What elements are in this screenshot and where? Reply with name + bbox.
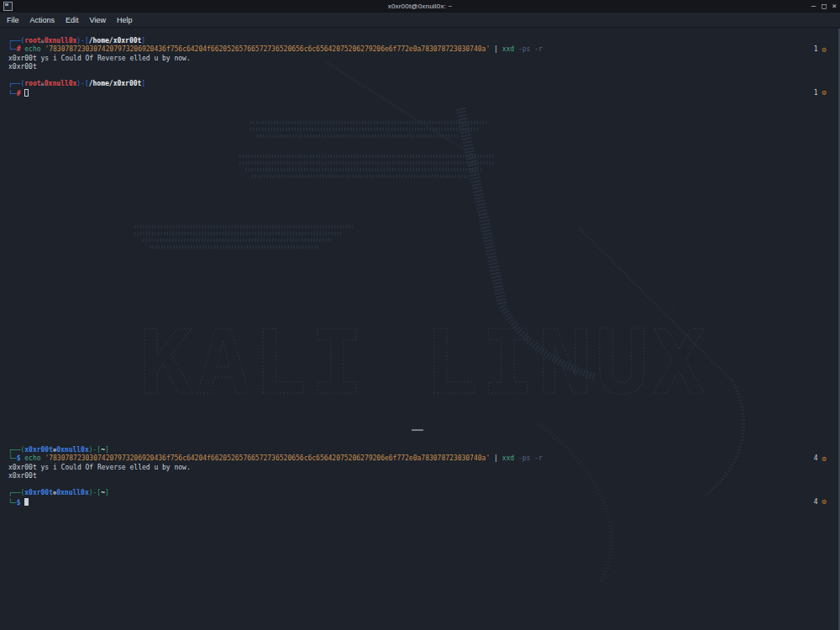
art-dash [412,429,423,431]
text-segment: '78307872303074207973206920436f756c64204… [45,45,490,53]
text-segment: )-[ [89,489,101,496]
jobs-count: 1 [814,89,818,97]
terminal-viewport[interactable]: KALI LINUX ┌──(root☠0xnull0x)-[/home/x0x… [0,29,840,630]
terminal-line: └─$ echo '78307872303074207973206920436f… [8,454,835,463]
text-segment: /home/x0xr00t [89,37,142,45]
terminal-line: x0xr00t [8,472,835,480]
terminal-line [8,71,835,80]
prompt-block: ┌──(x0xr00t⊛0xnull0x)-[~]└─$ echo '78307… [8,446,835,507]
text-segment: | [490,454,501,462]
jobs-indicator: 1⚙ [814,89,827,97]
terminal-line [8,480,835,489]
jobs-count: 4 [814,454,818,463]
text-segment: echo [24,45,40,53]
text-segment: )-[ [76,80,88,87]
window-icon [3,2,13,11]
gear-icon: ⚙ [822,498,827,506]
text-segment: └─ [8,454,17,462]
terminal-line: ┌──(root☠0xnull0x)-[/home/x0xr00t] [8,80,835,88]
text-segment: | [490,45,501,53]
menu-bar: File Actions Edit View Help [0,13,840,28]
text-segment: ┌──( [8,37,24,45]
text-segment: └─ [8,498,17,506]
text-segment: └─ [8,45,17,53]
text-segment: ┌──( [8,80,24,87]
terminal-line: x0xr00t [8,63,835,71]
jobs-count: 4 [814,498,818,507]
text-segment: 0xnull0x [56,489,89,496]
menu-file[interactable]: File [7,16,19,24]
text-segment: x0xr00t [8,63,37,71]
gear-icon: ⚙ [822,89,827,97]
text-segment: )-[ [76,37,88,45]
jobs-count: 1 [814,45,818,54]
text-segment: 0xnull0x [45,80,77,87]
text-segment: x0xr00t [8,472,37,480]
text-segment: echo [24,454,40,462]
terminal-cursor [24,498,29,506]
text-segment: ┌──( [8,446,24,454]
text-segment: ] [105,446,109,454]
terminal-line: └─# 1⚙ [8,89,835,97]
text-segment: root [24,37,40,45]
gear-icon: ⚙ [822,46,827,54]
terminal-cursor [24,89,29,97]
text-segment: )-[ [89,446,101,454]
jobs-indicator: 4⚙ [814,454,827,463]
text-segment: ] [141,80,145,87]
text-segment: root [24,80,40,87]
text-segment: 0xnull0x [56,446,89,454]
text-segment: x0xr00t ys i Could Of Reverse elled u by… [8,464,191,471]
terminal-line: └─# echo '78307872303074207973206920436f… [8,45,835,54]
prompt-block: ┌──(root☠0xnull0x)-[/home/x0xr00t]└─# ec… [8,37,835,97]
text-segment: 0xnull0x [45,37,77,45]
svg-text:KALI LINUX: KALI LINUX [139,311,709,414]
text-segment: xxd [502,454,514,462]
gear-icon: ⚙ [822,455,827,463]
menu-help[interactable]: Help [117,16,133,24]
terminal-line: ┌──(x0xr00t⊛0xnull0x)-[~] [8,446,835,454]
terminal-line: ┌──(x0xr00t⊛0xnull0x)-[~] [8,489,835,497]
text-segment: ┌──( [8,489,24,496]
text-segment: ] [141,37,145,45]
text-segment: xxd [502,45,514,53]
terminal-line: └─$ 4⚙ [8,498,835,507]
text-segment: └─ [8,89,17,97]
menu-view[interactable]: View [90,16,106,24]
terminal-line: x0xr00t ys i Could Of Reverse elled u by… [8,55,835,63]
minimize-button[interactable]: – [811,3,816,10]
text-segment: x0xr00t ys i Could Of Reverse elled u by… [8,55,191,62]
terminal-line: x0xr00t ys i Could Of Reverse elled u by… [8,464,835,472]
window-title: x0xr00t@0xnull0x: ~ [0,3,840,10]
jobs-indicator: 1⚙ [814,45,827,54]
text-segment: ] [105,489,109,496]
menu-actions[interactable]: Actions [30,16,55,24]
kali-terminal-window: { "window": { "title": "x0xr00t@0xnull0x… [0,0,840,630]
text-segment: x0xr00t [24,446,53,454]
maximize-button[interactable]: □ [822,3,826,10]
terminal-line: ┌──(root☠0xnull0x)-[/home/x0xr00t] [8,37,835,45]
text-segment: x0xr00t [24,489,53,496]
close-button[interactable]: × [832,3,837,10]
text-segment: -ps -r [518,45,543,53]
menu-edit[interactable]: Edit [66,16,79,24]
text-segment: /home/x0xr00t [89,80,142,87]
text-segment: -ps -r [518,454,543,462]
jobs-indicator: 4⚙ [814,498,827,507]
title-bar: x0xr00t@0xnull0x: ~ – □ × [0,0,840,13]
text-segment: '78307872303074207973206920436f756c64204… [45,454,490,462]
kali-dragon-watermark: KALI LINUX [0,29,840,630]
